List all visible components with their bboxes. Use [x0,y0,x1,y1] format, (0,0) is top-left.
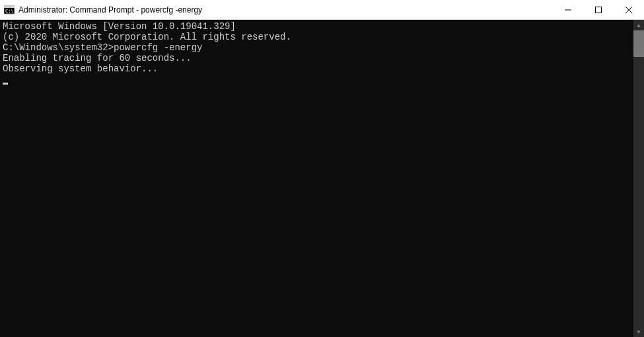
cmd-icon: C:\ [4,5,15,15]
svg-text:C:\: C:\ [5,9,14,14]
terminal-area: Microsoft Windows [Version 10.0.19041.32… [0,20,644,337]
vertical-scrollbar[interactable]: ▲ ▼ [633,20,644,337]
command-prompt-window: C:\ Administrator: Command Prompt - powe… [0,0,644,337]
output-line: Observing system behavior... [3,63,631,74]
scroll-down-arrow[interactable]: ▼ [633,326,644,337]
scroll-up-arrow[interactable]: ▲ [633,20,644,30]
svg-rect-4 [596,7,602,13]
output-line: (c) 2020 Microsoft Corporation. All righ… [3,32,631,42]
scrollbar-thumb[interactable] [633,30,644,57]
svg-rect-1 [4,6,15,8]
minimize-button[interactable] [553,0,583,19]
cursor [3,83,8,85]
prompt-line: C:\Windows\system32>powercfg -energy [3,42,631,53]
output-line: Microsoft Windows [Version 10.0.19041.32… [3,21,631,32]
close-button[interactable] [614,0,644,19]
terminal-output[interactable]: Microsoft Windows [Version 10.0.19041.32… [0,20,633,337]
output-line: Enabling tracing for 60 seconds... [3,53,631,63]
maximize-button[interactable] [583,0,614,19]
window-controls [553,0,644,19]
window-title: Administrator: Command Prompt - powercfg… [18,5,553,15]
titlebar[interactable]: C:\ Administrator: Command Prompt - powe… [0,0,644,20]
